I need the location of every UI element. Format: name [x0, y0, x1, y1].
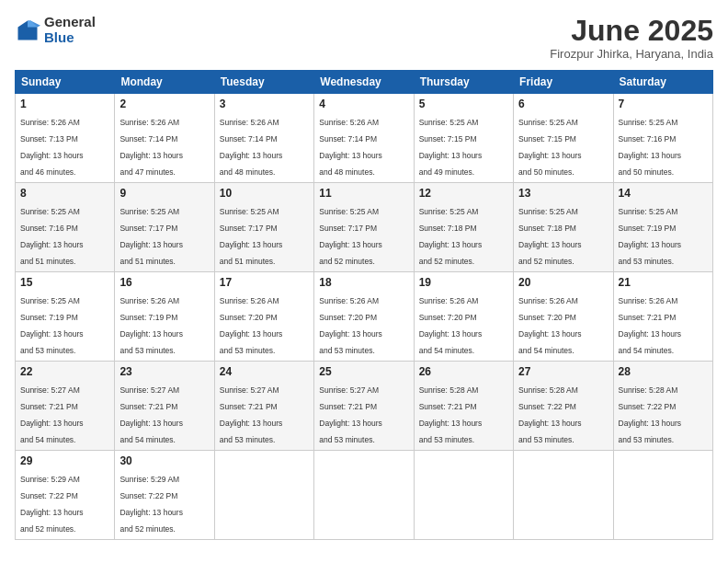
header-sunday: Sunday — [16, 71, 115, 94]
table-row: 10Sunrise: 5:25 AM Sunset: 7:17 PM Dayli… — [214, 183, 313, 272]
day-info: Sunrise: 5:28 AM Sunset: 7:22 PM Dayligh… — [518, 385, 582, 444]
day-number: 17 — [220, 276, 309, 289]
header-wednesday: Wednesday — [314, 71, 414, 94]
table-row — [613, 451, 712, 540]
day-number: 13 — [518, 187, 608, 200]
day-info: Sunrise: 5:25 AM Sunset: 7:18 PM Dayligh… — [419, 207, 483, 266]
day-number: 12 — [419, 187, 508, 200]
header-tuesday: Tuesday — [214, 71, 313, 94]
day-info: Sunrise: 5:26 AM Sunset: 7:14 PM Dayligh… — [220, 118, 283, 177]
day-number: 5 — [419, 98, 508, 110]
table-row: 3Sunrise: 5:26 AM Sunset: 7:14 PM Daylig… — [214, 94, 313, 183]
header-saturday: Saturday — [613, 71, 712, 94]
day-info: Sunrise: 5:26 AM Sunset: 7:20 PM Dayligh… — [419, 296, 483, 355]
day-info: Sunrise: 5:29 AM Sunset: 7:22 PM Dayligh… — [119, 475, 183, 534]
day-info: Sunrise: 5:27 AM Sunset: 7:21 PM Dayligh… — [319, 385, 382, 444]
logo-icon — [15, 17, 40, 43]
day-number: 14 — [619, 187, 708, 200]
day-info: Sunrise: 5:26 AM Sunset: 7:21 PM Dayligh… — [619, 296, 682, 355]
logo-blue-text: Blue — [44, 30, 96, 46]
calendar: Sunday Monday Tuesday Wednesday Thursday… — [15, 70, 713, 540]
table-row: 13Sunrise: 5:25 AM Sunset: 7:18 PM Dayli… — [514, 183, 613, 272]
day-info: Sunrise: 5:26 AM Sunset: 7:20 PM Dayligh… — [518, 296, 582, 355]
day-info: Sunrise: 5:26 AM Sunset: 7:20 PM Dayligh… — [220, 296, 283, 355]
day-info: Sunrise: 5:25 AM Sunset: 7:17 PM Dayligh… — [119, 207, 183, 266]
table-row: 24Sunrise: 5:27 AM Sunset: 7:21 PM Dayli… — [214, 362, 313, 451]
day-info: Sunrise: 5:26 AM Sunset: 7:14 PM Dayligh… — [319, 118, 382, 177]
header-friday: Friday — [514, 71, 613, 94]
day-info: Sunrise: 5:25 AM Sunset: 7:16 PM Dayligh… — [20, 207, 84, 266]
table-row: 19Sunrise: 5:26 AM Sunset: 7:20 PM Dayli… — [414, 272, 513, 362]
day-number: 10 — [220, 187, 309, 200]
table-row: 16Sunrise: 5:26 AM Sunset: 7:19 PM Dayli… — [115, 272, 214, 362]
day-info: Sunrise: 5:25 AM Sunset: 7:18 PM Dayligh… — [518, 207, 582, 266]
table-row: 5Sunrise: 5:25 AM Sunset: 7:15 PM Daylig… — [414, 94, 513, 183]
day-number: 15 — [20, 276, 109, 289]
day-info: Sunrise: 5:25 AM Sunset: 7:19 PM Dayligh… — [20, 296, 84, 355]
day-info: Sunrise: 5:27 AM Sunset: 7:21 PM Dayligh… — [220, 385, 283, 444]
table-row: 1Sunrise: 5:26 AM Sunset: 7:13 PM Daylig… — [16, 94, 115, 183]
day-number: 19 — [419, 276, 508, 289]
table-row: 25Sunrise: 5:27 AM Sunset: 7:21 PM Dayli… — [314, 362, 414, 451]
day-number: 29 — [20, 454, 109, 467]
table-row: 8Sunrise: 5:25 AM Sunset: 7:16 PM Daylig… — [16, 183, 115, 272]
table-row — [414, 451, 513, 540]
day-number: 28 — [619, 365, 708, 378]
day-number: 22 — [20, 365, 109, 378]
month-title: June 2025 — [550, 15, 713, 47]
logo: General Blue — [15, 15, 96, 45]
table-row: 11Sunrise: 5:25 AM Sunset: 7:17 PM Dayli… — [314, 183, 414, 272]
table-row: 17Sunrise: 5:26 AM Sunset: 7:20 PM Dayli… — [214, 272, 313, 362]
day-number: 9 — [119, 187, 209, 200]
day-number: 8 — [20, 187, 109, 200]
table-row: 12Sunrise: 5:25 AM Sunset: 7:18 PM Dayli… — [414, 183, 513, 272]
day-info: Sunrise: 5:25 AM Sunset: 7:15 PM Dayligh… — [518, 118, 582, 177]
table-row: 6Sunrise: 5:25 AM Sunset: 7:15 PM Daylig… — [514, 94, 613, 183]
table-row — [514, 451, 613, 540]
table-row: 18Sunrise: 5:26 AM Sunset: 7:20 PM Dayli… — [314, 272, 414, 362]
table-row: 27Sunrise: 5:28 AM Sunset: 7:22 PM Dayli… — [514, 362, 613, 451]
day-info: Sunrise: 5:25 AM Sunset: 7:15 PM Dayligh… — [419, 118, 483, 177]
table-row: 20Sunrise: 5:26 AM Sunset: 7:20 PM Dayli… — [514, 272, 613, 362]
table-row: 26Sunrise: 5:28 AM Sunset: 7:21 PM Dayli… — [414, 362, 513, 451]
day-info: Sunrise: 5:26 AM Sunset: 7:13 PM Dayligh… — [20, 118, 84, 177]
table-row — [314, 451, 414, 540]
day-info: Sunrise: 5:28 AM Sunset: 7:21 PM Dayligh… — [419, 385, 483, 444]
day-info: Sunrise: 5:25 AM Sunset: 7:17 PM Dayligh… — [319, 207, 382, 266]
day-number: 25 — [319, 365, 408, 378]
table-row: 14Sunrise: 5:25 AM Sunset: 7:19 PM Dayli… — [613, 183, 712, 272]
table-row — [214, 451, 313, 540]
day-info: Sunrise: 5:26 AM Sunset: 7:20 PM Dayligh… — [319, 296, 382, 355]
header-thursday: Thursday — [414, 71, 513, 94]
day-number: 11 — [319, 187, 408, 200]
table-row: 29Sunrise: 5:29 AM Sunset: 7:22 PM Dayli… — [16, 451, 115, 540]
day-info: Sunrise: 5:25 AM Sunset: 7:19 PM Dayligh… — [619, 207, 682, 266]
day-number: 27 — [518, 365, 608, 378]
day-number: 3 — [220, 98, 309, 110]
location: Firozpur Jhirka, Haryana, India — [550, 47, 713, 61]
weekday-header-row: Sunday Monday Tuesday Wednesday Thursday… — [16, 71, 713, 94]
table-row: 2Sunrise: 5:26 AM Sunset: 7:14 PM Daylig… — [115, 94, 214, 183]
day-number: 1 — [20, 98, 109, 110]
day-info: Sunrise: 5:27 AM Sunset: 7:21 PM Dayligh… — [20, 385, 84, 444]
title-area: June 2025 Firozpur Jhirka, Haryana, Indi… — [550, 15, 713, 61]
table-row: 22Sunrise: 5:27 AM Sunset: 7:21 PM Dayli… — [16, 362, 115, 451]
table-row: 23Sunrise: 5:27 AM Sunset: 7:21 PM Dayli… — [115, 362, 214, 451]
day-number: 16 — [119, 276, 209, 289]
logo-general-text: General — [44, 15, 96, 30]
day-number: 20 — [518, 276, 608, 289]
day-info: Sunrise: 5:27 AM Sunset: 7:21 PM Dayligh… — [119, 385, 183, 444]
table-row: 4Sunrise: 5:26 AM Sunset: 7:14 PM Daylig… — [314, 94, 414, 183]
day-info: Sunrise: 5:29 AM Sunset: 7:22 PM Dayligh… — [20, 475, 84, 534]
table-row: 30Sunrise: 5:29 AM Sunset: 7:22 PM Dayli… — [115, 451, 214, 540]
table-row: 7Sunrise: 5:25 AM Sunset: 7:16 PM Daylig… — [613, 94, 712, 183]
day-number: 6 — [518, 98, 608, 110]
day-number: 18 — [319, 276, 408, 289]
day-info: Sunrise: 5:25 AM Sunset: 7:17 PM Dayligh… — [220, 207, 283, 266]
table-row: 21Sunrise: 5:26 AM Sunset: 7:21 PM Dayli… — [613, 272, 712, 362]
table-row: 28Sunrise: 5:28 AM Sunset: 7:22 PM Dayli… — [613, 362, 712, 451]
table-row: 9Sunrise: 5:25 AM Sunset: 7:17 PM Daylig… — [115, 183, 214, 272]
day-info: Sunrise: 5:28 AM Sunset: 7:22 PM Dayligh… — [619, 385, 682, 444]
day-info: Sunrise: 5:25 AM Sunset: 7:16 PM Dayligh… — [619, 118, 682, 177]
day-info: Sunrise: 5:26 AM Sunset: 7:14 PM Dayligh… — [119, 118, 183, 177]
